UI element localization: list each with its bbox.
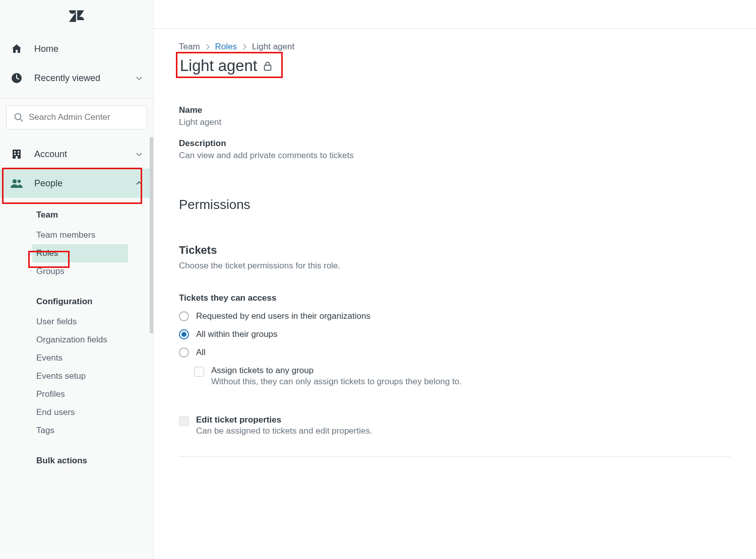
sidebar-item-label: Home — [34, 44, 58, 54]
people-subnav: Team Team members Roles Groups Configura… — [0, 198, 153, 472]
svg-point-9 — [13, 179, 17, 183]
svg-line-2 — [21, 119, 23, 122]
subnav-item-profiles[interactable]: Profiles — [36, 385, 153, 403]
subnav-heading-configuration: Configuration — [36, 295, 153, 313]
search-input[interactable] — [29, 112, 140, 122]
building-icon — [10, 148, 23, 161]
svg-point-1 — [15, 114, 21, 120]
top-strip — [154, 0, 756, 29]
breadcrumb-team[interactable]: Team — [179, 42, 200, 52]
description-value: Can view and add private comments to tic… — [179, 151, 731, 161]
name-label: Name — [179, 105, 731, 115]
permissions-heading: Permissions — [179, 197, 731, 213]
radio-icon — [179, 347, 189, 358]
scrollbar[interactable] — [150, 137, 153, 333]
search-box[interactable] — [6, 105, 147, 129]
radio-option-groups[interactable]: All within their groups — [179, 329, 731, 339]
sidebar-item-label: Recently viewed — [34, 73, 100, 84]
chevron-right-icon — [205, 44, 210, 50]
sidebar-sections: Account People Team Team members Rol — [0, 135, 153, 472]
zendesk-logo-icon — [69, 10, 84, 22]
subnav-item-org-fields[interactable]: Organization fields — [36, 331, 153, 349]
checkbox-assign-any-group[interactable]: Assign tickets to any group Without this… — [194, 366, 731, 387]
search-wrap — [0, 98, 153, 135]
page-title: Light agent — [179, 56, 275, 78]
checkbox-edit-properties[interactable]: Edit ticket properties Can be assigned t… — [179, 415, 731, 436]
access-label: Tickets they can access — [179, 293, 731, 303]
field-name: Name Light agent — [179, 105, 731, 127]
sidebar-item-recently-viewed[interactable]: Recently viewed — [0, 63, 153, 93]
checkbox-icon — [179, 416, 189, 426]
chevron-up-icon — [135, 179, 143, 187]
subnav-item-events[interactable]: Events — [36, 349, 153, 367]
chevron-right-icon — [242, 44, 247, 50]
subnav-item-user-fields[interactable]: User fields — [36, 313, 153, 331]
svg-rect-11 — [265, 65, 271, 71]
content: Team Roles Light agent Light agent N — [154, 29, 756, 559]
chevron-down-icon — [135, 150, 143, 158]
checkbox-help: Can be assigned to tickets and edit prop… — [196, 426, 372, 436]
checkbox-icon — [194, 367, 204, 377]
subnav-item-groups[interactable]: Groups — [36, 262, 153, 281]
page-title-text: Light agent — [180, 57, 257, 75]
radio-label: Requested by end users in their organiza… — [196, 311, 370, 321]
sidebar-section-account[interactable]: Account — [0, 139, 153, 169]
subnav-heading-bulk: Bulk actions — [36, 454, 153, 472]
section-label: People — [34, 178, 62, 189]
sidebar-top-nav: Home Recently viewed — [0, 32, 153, 98]
svg-rect-4 — [14, 151, 16, 153]
home-icon — [10, 42, 23, 55]
subnav-heading-team: Team — [36, 208, 153, 226]
svg-rect-5 — [18, 151, 19, 153]
radio-label: All within their groups — [196, 329, 278, 339]
tickets-heading: Tickets — [179, 244, 731, 257]
radio-icon — [179, 311, 189, 321]
description-label: Description — [179, 138, 731, 149]
brand-logo — [0, 0, 153, 32]
svg-rect-8 — [16, 156, 18, 159]
search-icon — [14, 112, 24, 122]
sidebar-section-people[interactable]: People — [0, 169, 153, 198]
breadcrumb-roles[interactable]: Roles — [215, 42, 237, 52]
subnav-item-roles[interactable]: Roles — [32, 244, 128, 262]
radio-icon — [179, 329, 189, 339]
people-icon — [10, 177, 23, 190]
checkbox-label: Assign tickets to any group — [211, 366, 462, 376]
sidebar-item-home[interactable]: Home — [0, 34, 153, 63]
chevron-down-icon — [135, 74, 143, 82]
svg-rect-6 — [14, 154, 16, 155]
svg-rect-7 — [18, 154, 19, 155]
subnav-item-tags[interactable]: Tags — [36, 422, 153, 440]
field-description: Description Can view and add private com… — [179, 138, 731, 161]
divider — [179, 456, 731, 457]
subnav-item-team-members[interactable]: Team members — [36, 226, 153, 244]
tickets-subtext: Choose the ticket permissions for this r… — [179, 261, 731, 271]
radio-option-requested[interactable]: Requested by end users in their organiza… — [179, 311, 731, 321]
checkbox-help: Without this, they can only assign ticke… — [211, 377, 462, 387]
svg-point-10 — [18, 180, 21, 183]
section-label: Account — [34, 149, 67, 160]
name-value: Light agent — [179, 117, 731, 127]
clock-icon — [10, 72, 23, 85]
breadcrumb: Team Roles Light agent — [179, 42, 731, 52]
lock-icon — [263, 61, 272, 71]
breadcrumb-current: Light agent — [252, 42, 294, 52]
main: Team Roles Light agent Light agent N — [154, 0, 756, 559]
sidebar: Home Recently viewed — [0, 0, 154, 559]
subnav-item-end-users[interactable]: End users — [36, 403, 153, 422]
radio-option-all[interactable]: All — [179, 347, 731, 358]
radio-label: All — [196, 347, 206, 358]
checkbox-label: Edit ticket properties — [196, 415, 372, 425]
subnav-item-events-setup[interactable]: Events setup — [36, 367, 153, 385]
